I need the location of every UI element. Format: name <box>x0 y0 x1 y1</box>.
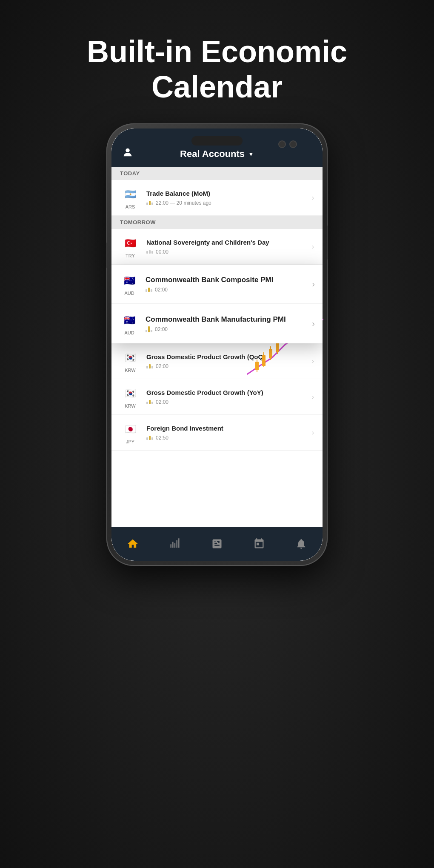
try-flag: 🇹🇷 TRY <box>120 235 140 258</box>
japan-flag-icon: 🇯🇵 <box>122 421 139 438</box>
bar-1 <box>146 402 148 404</box>
camera-lens-1 <box>278 140 286 148</box>
sovereignty-day-info: National Sovereignty and Children's Day … <box>146 238 306 255</box>
australia-flag-icon-1: 🇦🇺 <box>121 272 138 289</box>
sovereignty-day-impact-bars <box>146 250 153 254</box>
krw-flag-1: 🇰🇷 KRW <box>120 349 140 373</box>
aud-flag-composite: 🇦🇺 AUD <box>119 272 140 296</box>
bar-2 <box>148 326 150 332</box>
account-title-text: Real Accounts <box>180 148 245 160</box>
bar-1 <box>146 203 148 205</box>
page-title: Built-in Economic Calendar <box>0 0 434 130</box>
trade-balance-time: 22:00 — 20 minutes ago <box>156 200 211 206</box>
highlighted-events-card: 🇦🇺 AUD Commonwealth Bank Composite PMI <box>111 265 323 343</box>
bar-3 <box>151 402 153 404</box>
foreign-bond-impact-bars <box>146 436 153 440</box>
foreign-bond-meta: 02:50 <box>146 435 306 441</box>
gdp-yoy-impact-bars <box>146 400 153 404</box>
bar-3 <box>151 437 153 440</box>
composite-pmi-meta: 02:00 <box>146 287 306 293</box>
manufacturing-pmi-time: 02:00 <box>155 326 168 332</box>
ars-code: ARS <box>126 204 135 209</box>
bar-3 <box>151 366 153 368</box>
manufacturing-pmi-info: Commonwealth Bank Manufacturing PMI 02:0… <box>146 315 306 332</box>
bar-2 <box>149 201 151 205</box>
bar-2 <box>149 400 151 404</box>
bar-1 <box>146 366 148 368</box>
event-item-manufacturing-pmi[interactable]: 🇦🇺 AUD Commonwealth Bank Manufacturing P… <box>111 304 323 343</box>
sovereignty-day-time: 00:00 <box>156 249 168 255</box>
nav-chart[interactable] <box>169 538 181 550</box>
south-korea-flag-icon-1: 🇰🇷 <box>122 349 139 366</box>
turkey-flag-icon: 🇹🇷 <box>122 235 139 252</box>
sovereignty-day-meta: 00:00 <box>146 249 306 255</box>
krw-flag-2: 🇰🇷 KRW <box>120 385 140 408</box>
composite-pmi-name: Commonwealth Bank Composite PMI <box>146 275 306 285</box>
manufacturing-pmi-name: Commonwealth Bank Manufacturing PMI <box>146 315 306 324</box>
jpy-code: JPY <box>126 439 134 444</box>
trade-balance-impact-bars <box>146 201 153 205</box>
account-selector[interactable]: Real Accounts ▼ <box>137 148 297 160</box>
bar-1 <box>146 330 147 332</box>
nav-calendar[interactable] <box>253 538 265 550</box>
bottom-navigation <box>111 527 323 561</box>
today-section-header: TODAY <box>111 167 323 180</box>
gdp-yoy-meta: 02:00 <box>146 399 306 405</box>
manufacturing-pmi-chevron-icon: › <box>312 319 315 328</box>
bar-3 <box>151 251 153 254</box>
trade-balance-chevron-icon: › <box>312 194 314 202</box>
foreign-bond-info: Foreign Bond Investment 02:50 <box>146 424 306 441</box>
tomorrow-section-header: TOMORROW <box>111 216 323 229</box>
user-profile-icon[interactable] <box>122 146 137 162</box>
event-item-composite-pmi[interactable]: 🇦🇺 AUD Commonwealth Bank Composite PMI <box>111 265 323 304</box>
aud-flag-manufacturing: 🇦🇺 AUD <box>119 312 140 335</box>
manufacturing-pmi-meta: 02:00 <box>146 326 306 332</box>
bar-2 <box>149 436 151 440</box>
krw-code-2: KRW <box>125 403 135 408</box>
gdp-qoq-time: 02:00 <box>156 363 168 369</box>
sovereignty-day-name: National Sovereignty and Children's Day <box>146 238 306 247</box>
svg-point-0 <box>126 148 129 152</box>
jpy-flag: 🇯🇵 JPY <box>120 421 140 444</box>
bar-2 <box>149 250 151 254</box>
foreign-bond-name: Foreign Bond Investment <box>146 424 306 433</box>
south-korea-flag-icon-2: 🇰🇷 <box>122 385 139 402</box>
event-item-foreign-bond[interactable]: 🇯🇵 JPY Foreign Bond Investment <box>111 415 323 451</box>
ars-flag: 🇦🇷 ARS <box>120 186 140 209</box>
phone-cameras <box>278 140 297 148</box>
composite-pmi-time: 02:00 <box>155 287 168 293</box>
argentina-flag-icon: 🇦🇷 <box>122 186 139 203</box>
sovereignty-day-chevron-icon: › <box>312 243 314 251</box>
bar-1 <box>146 437 148 440</box>
nav-alerts[interactable] <box>295 538 307 550</box>
krw-code-1: KRW <box>125 368 135 373</box>
phone-mockup: Real Accounts ▼ TODAY 🇦🇷 <box>106 123 328 566</box>
gdp-qoq-impact-bars <box>146 364 153 368</box>
bar-1 <box>146 251 148 254</box>
nav-home[interactable] <box>127 538 139 550</box>
foreign-bond-time: 02:50 <box>156 435 168 441</box>
dropdown-chevron-icon: ▼ <box>248 151 254 157</box>
bar-2 <box>148 288 150 292</box>
volume-button <box>106 243 107 268</box>
bar-3 <box>151 330 152 332</box>
gdp-yoy-time: 02:00 <box>156 399 168 405</box>
power-button <box>327 226 328 260</box>
bar-1 <box>146 289 147 292</box>
bar-2 <box>149 364 151 368</box>
australia-flag-icon-2: 🇦🇺 <box>121 312 138 329</box>
camera-lens-2 <box>289 140 297 148</box>
composite-pmi-chevron-icon: › <box>312 279 315 289</box>
nav-news[interactable] <box>211 538 223 550</box>
trade-balance-name: Trade Balance (MoM) <box>146 189 306 198</box>
gdp-yoy-chevron-icon: › <box>312 393 314 401</box>
phone-notch <box>191 136 243 146</box>
aud-code-2: AUD <box>124 330 134 335</box>
foreign-bond-chevron-icon: › <box>312 429 314 437</box>
event-item-trade-balance[interactable]: 🇦🇷 ARS Trade Balance (MoM) <box>111 180 323 216</box>
trade-balance-meta: 22:00 — 20 minutes ago <box>146 200 306 206</box>
composite-pmi-impact-bars <box>146 288 152 292</box>
event-item-sovereignty-day[interactable]: 🇹🇷 TRY National Sovereignty and Children… <box>111 229 323 265</box>
aud-code-1: AUD <box>124 291 134 296</box>
manufacturing-pmi-impact-bars <box>146 326 152 332</box>
